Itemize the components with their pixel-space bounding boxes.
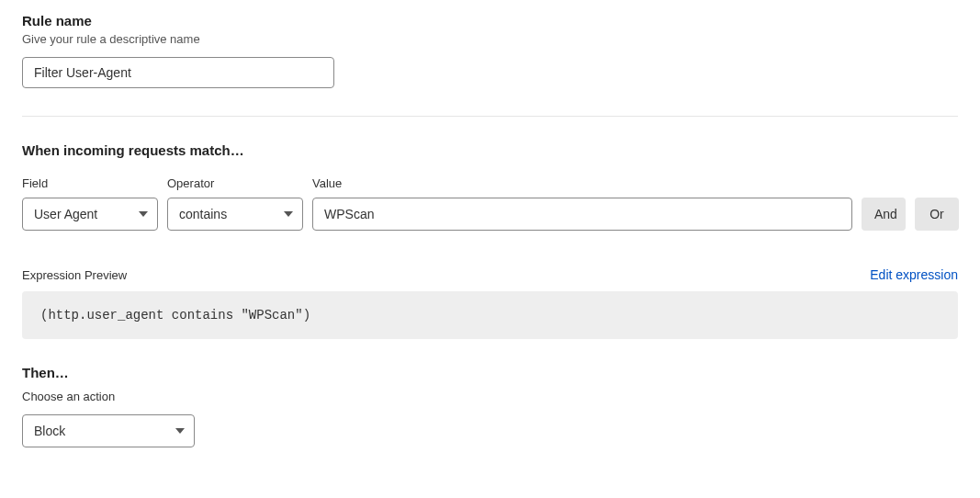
expression-preview-code: (http.user_agent contains "WPScan") <box>22 291 958 339</box>
then-subtitle: Choose an action <box>22 390 958 403</box>
operator-label: Operator <box>167 176 303 190</box>
value-label: Value <box>312 176 852 190</box>
operator-select[interactable]: contains <box>167 198 303 231</box>
divider <box>22 116 958 117</box>
expression-preview-label: Expression Preview <box>22 268 127 282</box>
action-select-value: Block <box>34 424 65 438</box>
field-select-value: User Agent <box>34 207 97 221</box>
rule-name-input[interactable] <box>22 57 334 88</box>
rule-name-subtitle: Give your rule a descriptive name <box>22 32 958 46</box>
caret-down-icon <box>284 211 293 217</box>
value-input[interactable] <box>312 198 852 231</box>
match-heading: When incoming requests match… <box>22 142 958 158</box>
caret-down-icon <box>139 211 148 217</box>
edit-expression-link[interactable]: Edit expression <box>870 267 958 282</box>
and-button[interactable]: And <box>862 198 906 231</box>
caret-down-icon <box>175 428 185 434</box>
rule-name-title: Rule name <box>22 13 958 28</box>
action-select[interactable]: Block <box>22 414 195 447</box>
operator-select-value: contains <box>179 207 227 221</box>
or-button[interactable]: Or <box>915 198 959 231</box>
expression-builder-row: Field User Agent Operator contains Value… <box>22 176 958 231</box>
field-select[interactable]: User Agent <box>22 198 158 231</box>
then-heading: Then… <box>22 365 958 380</box>
field-label: Field <box>22 176 158 190</box>
